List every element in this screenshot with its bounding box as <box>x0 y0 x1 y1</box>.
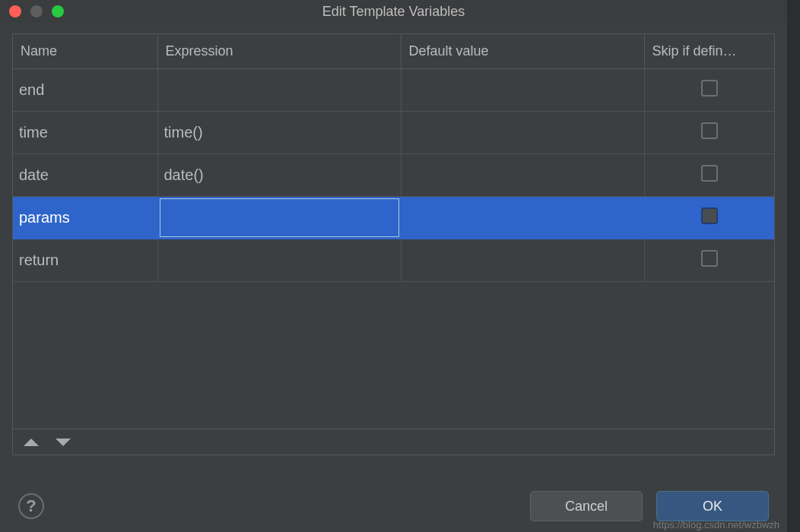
move-up-icon[interactable] <box>24 439 39 446</box>
zoom-window-button[interactable] <box>52 5 64 17</box>
window-title: Edit Template Variables <box>0 4 787 20</box>
cell-skip[interactable] <box>644 69 774 112</box>
checkbox-icon[interactable] <box>701 165 718 182</box>
cell-expression[interactable] <box>157 69 401 112</box>
help-icon: ? <box>26 496 36 516</box>
window-controls <box>9 5 64 17</box>
table-header-row: Name Expression Default value Skip if de… <box>13 34 774 69</box>
dialog-window: Edit Template Variables Name Expression … <box>0 0 788 532</box>
checkbox-icon[interactable] <box>701 122 718 139</box>
table-row[interactable]: date date() <box>13 154 774 197</box>
cell-name[interactable]: date <box>13 154 157 197</box>
ok-button[interactable]: OK <box>656 491 769 521</box>
titlebar: Edit Template Variables <box>0 0 787 23</box>
background-strip <box>788 0 800 532</box>
cancel-button-label: Cancel <box>565 499 608 515</box>
table-empty-area <box>13 282 774 429</box>
column-header-name[interactable]: Name <box>13 34 157 69</box>
cell-expression[interactable] <box>157 197 401 239</box>
checkbox-icon[interactable] <box>701 250 718 267</box>
cell-default[interactable] <box>401 112 644 154</box>
ok-button-label: OK <box>703 499 722 515</box>
expression-editor[interactable] <box>160 198 399 237</box>
cell-default[interactable] <box>401 69 644 112</box>
column-header-skip[interactable]: Skip if defin… <box>644 34 774 69</box>
cell-skip[interactable] <box>644 112 774 154</box>
cell-skip[interactable] <box>644 154 774 197</box>
cell-expression[interactable]: time() <box>157 112 401 154</box>
table-row[interactable]: return <box>13 239 774 282</box>
column-header-default[interactable]: Default value <box>401 34 644 69</box>
cell-name[interactable]: end <box>13 69 157 112</box>
watermark-text: https://blog.csdn.net/wzbwzh <box>653 519 779 530</box>
cell-default[interactable] <box>401 239 644 282</box>
cell-name[interactable]: time <box>13 112 157 154</box>
checkbox-icon[interactable] <box>701 80 718 97</box>
column-header-expression[interactable]: Expression <box>157 34 401 69</box>
reorder-toolbar <box>13 429 774 454</box>
cell-expression[interactable] <box>157 239 401 282</box>
cell-expression[interactable]: date() <box>157 154 401 197</box>
variables-table: Name Expression Default value Skip if de… <box>13 34 774 282</box>
dialog-footer: ? Cancel OK <box>0 491 787 521</box>
cell-name[interactable]: return <box>13 239 157 282</box>
table-row[interactable]: time time() <box>13 112 774 154</box>
dialog-content: Name Expression Default value Skip if de… <box>0 23 787 455</box>
help-button[interactable]: ? <box>18 493 44 519</box>
cell-default[interactable] <box>401 154 644 197</box>
cell-skip[interactable] <box>644 239 774 282</box>
close-window-button[interactable] <box>9 5 21 17</box>
move-down-icon[interactable] <box>56 439 71 446</box>
table-row[interactable]: end <box>13 69 774 112</box>
cell-skip[interactable] <box>644 197 774 239</box>
variables-table-container: Name Expression Default value Skip if de… <box>12 33 775 455</box>
table-row[interactable]: params <box>13 197 774 239</box>
checkbox-icon[interactable] <box>701 207 718 224</box>
cell-name[interactable]: params <box>13 197 157 239</box>
minimize-window-button[interactable] <box>30 5 43 17</box>
cancel-button[interactable]: Cancel <box>530 491 643 521</box>
cell-default[interactable] <box>401 197 644 239</box>
